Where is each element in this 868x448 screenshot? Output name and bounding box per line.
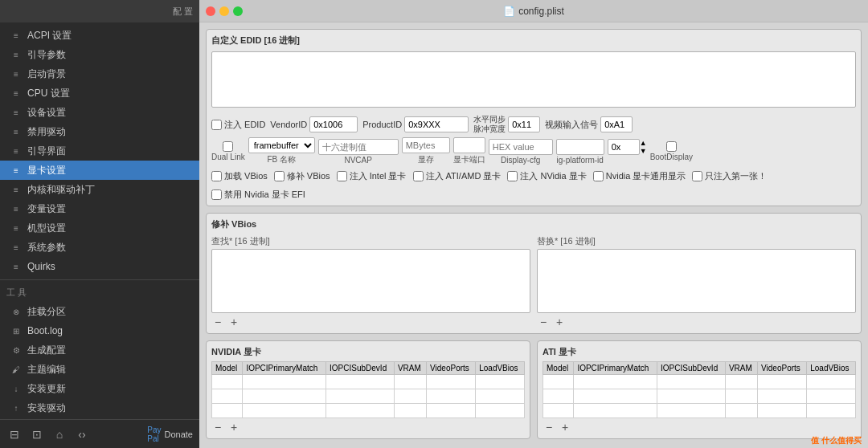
display-port-input[interactable] [453,137,485,153]
gpu-checkbox-label[interactable]: 禁用 Nvidia 显卡 EFI [211,189,305,201]
sidebar-item-quirks[interactable]: ≡Quirks [0,257,199,276]
tool-icon: ⊞ [10,327,23,336]
col-header: LoadVBios [807,362,856,375]
vbios-find-remove-btn[interactable]: − [211,316,224,328]
close-button[interactable] [206,6,215,16]
ig-platform-col: ig-platform-id [556,139,604,165]
ati-table: ModelIOPCIPrimaryMatchIOPCISubDevIdVRAMV… [542,361,856,418]
sidebar-footer-icon-1[interactable]: ⊟ [6,426,23,442]
col-header: IOPCIPrimaryMatch [243,362,326,375]
vbios-replace-add-btn[interactable]: + [553,316,566,328]
vbios-panel: 修补 VBios 查找* [16 进制] − + 替换* [16 进制] − + [206,213,862,334]
sync-group: 水平同步 脉冲宽度 [473,115,540,134]
sidebar-tool-bootlog[interactable]: ⊞Boot.log [0,321,199,340]
sidebar-item-kernel-patch[interactable]: ≡内核和驱动补丁 [0,180,199,199]
nvidia-remove-btn[interactable]: − [211,421,224,434]
vbios-two-col: 查找* [16 进制] − + 替换* [16 进制] − + [211,235,856,328]
gpu-checkboxes-row: 加载 VBios修补 VBios注入 Intel 显卡注入 ATI/AMD 显卡… [211,170,856,201]
sidebar-item-machine[interactable]: ≡机型设置 [0,218,199,238]
sidebar-item-cpu[interactable]: ≡CPU 设置 [0,83,199,103]
sidebar-tool-gen-config[interactable]: ⚙生成配置 [0,340,199,360]
gpu-checkbox-label[interactable]: 注入 NVidia 显卡 [507,170,586,182]
sidebar-item-boot-bg[interactable]: ≡启动背景 [0,64,199,83]
video-signal-input[interactable] [600,116,633,132]
product-id-group: ProductID [362,116,469,132]
sidebar-item-disable-driver[interactable]: ≡禁用驱动 [0,122,199,141]
edid-textarea[interactable] [211,51,856,108]
sidebar-footer: ⊟ ⊡ ⌂ ‹› PayPal Donate [0,419,199,448]
edid-controls-row1: 注入 EDID VendorID ProductID 水平同步 脉冲宽度 [211,115,856,134]
gpu-checkbox-label[interactable]: 注入 Intel 显卡 [337,170,407,182]
dual-link-checkbox[interactable] [223,141,233,152]
gpu-checkbox[interactable] [692,171,702,181]
nvidia-add-btn[interactable]: + [227,421,240,434]
nvcap-input[interactable] [318,139,399,155]
gpu-checkbox-label[interactable]: Nvidia 显卡通用显示 [593,170,686,182]
list-icon: ≡ [10,108,23,117]
fb-name-label: FB 名称 [267,154,296,165]
gpu-checkbox[interactable] [337,171,347,181]
gpu-checkbox-label[interactable]: 只注入第一张！ [692,170,767,182]
gpu-checkbox[interactable] [211,171,222,181]
main-area: 📄 config.plist 自定义 EDID [16 进制] 注入 EDID … [199,0,868,448]
edid-panel: 自定义 EDID [16 进制] 注入 EDID VendorID Produc… [206,29,862,206]
content-area: 自定义 EDID [16 进制] 注入 EDID VendorID Produc… [199,22,868,448]
vram-input[interactable] [402,137,450,153]
minimize-button[interactable] [219,6,229,16]
sidebar-footer-icon-3[interactable]: ⌂ [51,426,68,442]
gpu-checkbox-label[interactable]: 注入 ATI/AMD 显卡 [413,170,502,182]
gpu-checkbox[interactable] [211,189,222,200]
sidebar-tool-install-update[interactable]: ↓安装更新 [0,379,199,398]
table-row [543,404,856,418]
boot-display-checkbox[interactable] [666,141,677,152]
gpu-checkbox[interactable] [413,171,424,181]
sidebar-tool-theme-editor[interactable]: 🖌主题编辑 [0,360,199,379]
ati-title: ATI 显卡 [542,346,856,358]
sidebar-item-var[interactable]: ≡变量设置 [0,199,199,218]
fb-name-col: framebuffer FB 名称 [248,137,315,165]
sidebar-item-gpu[interactable]: ≡显卡设置 [0,161,199,180]
sidebar-divider [0,279,199,280]
col-header: VRAM [394,362,426,375]
ati-add-btn[interactable]: + [559,421,571,434]
list-icon: ≡ [10,243,23,252]
ig-down-arrow[interactable]: ▼ [640,147,647,155]
ig-value-input[interactable] [608,139,640,155]
gpu-checkbox[interactable] [274,171,285,181]
vbios-find-list[interactable] [211,249,530,313]
sidebar-item-device[interactable]: ≡设备设置 [0,103,199,122]
vbios-find-add-btn[interactable]: + [227,316,240,328]
gpu-checkbox[interactable] [593,171,604,181]
video-signal-group: 视频输入信号 [545,116,633,132]
display-cfg-input[interactable] [489,139,553,155]
donate-button[interactable]: PayPal Donate [147,426,193,443]
sidebar-footer-icon-4[interactable]: ‹› [74,426,90,442]
sidebar-item-boot-args[interactable]: ≡引导参数 [0,45,199,64]
sidebar-item-boot-ui[interactable]: ≡引导界面 [0,141,199,161]
product-id-input[interactable] [404,116,469,132]
nvcap-col: NVCAP [318,139,399,165]
list-icon: ≡ [10,166,23,175]
gpu-checkbox-label[interactable]: 加载 VBios [211,170,268,182]
inject-edid-checkbox-label[interactable]: 注入 EDID [211,119,265,131]
gpu-checkbox[interactable] [507,171,518,181]
sidebar-item-acpi[interactable]: ≡ACPI 设置 [0,26,199,45]
sidebar-item-sys-params[interactable]: ≡系统参数 [0,238,199,257]
vbios-replace-remove-btn[interactable]: − [537,316,550,328]
ati-remove-btn[interactable]: − [542,421,555,434]
list-icon: ≡ [10,89,23,98]
vendor-id-input[interactable] [309,116,358,132]
sidebar-footer-icon-2[interactable]: ⊡ [29,426,45,442]
sidebar-tool-install-driver[interactable]: ↑安装驱动 [0,398,199,417]
maximize-button[interactable] [233,6,243,16]
gpu-checkbox-label[interactable]: 修补 VBios [274,170,330,182]
ig-up-arrow[interactable]: ▲ [640,139,647,147]
sidebar-item-label: 系统参数 [27,241,66,255]
sync-value-input[interactable] [508,116,540,132]
vbios-replace-list[interactable] [537,249,856,313]
table-row [543,389,856,404]
sidebar-tool-mount[interactable]: ⊗挂载分区 [0,302,199,321]
inject-edid-checkbox[interactable] [211,120,222,130]
fb-name-select[interactable]: framebuffer [248,137,315,153]
ig-platform-input[interactable] [556,139,604,155]
